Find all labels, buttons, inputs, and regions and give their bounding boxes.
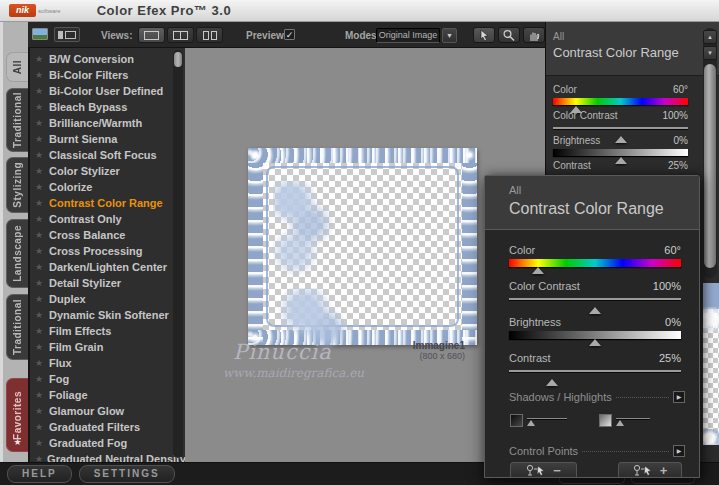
side-by-side-view-button[interactable] xyxy=(196,27,223,43)
single-view-button[interactable] xyxy=(138,27,165,43)
favorite-star-icon[interactable]: ★ xyxy=(35,118,45,128)
filter-item[interactable]: ★ Classical Soft Focus xyxy=(30,147,185,163)
favorite-star-icon[interactable]: ★ xyxy=(35,422,45,432)
panel-scroll-thumb[interactable] xyxy=(704,64,716,268)
color-contrast-slider-track[interactable] xyxy=(509,298,681,300)
favorite-star-icon[interactable]: ★ xyxy=(35,230,45,240)
preview-checkbox[interactable]: ✓ xyxy=(284,29,295,40)
filter-item[interactable]: ★ Contrast Only xyxy=(30,211,185,227)
settings-button[interactable]: SETTINGS xyxy=(79,465,175,483)
zoom-tool-button[interactable] xyxy=(498,27,520,43)
filter-item[interactable]: ★ Flux xyxy=(30,355,185,371)
brightness-slider-track[interactable] xyxy=(509,331,681,339)
tab-traditional-1[interactable]: Traditional xyxy=(6,88,28,152)
favorite-star-icon[interactable]: ★ xyxy=(35,246,45,256)
filter-item[interactable]: ★ Film Grain xyxy=(30,339,185,355)
filter-item[interactable]: ★ Burnt Sienna xyxy=(30,131,185,147)
favorite-star-icon[interactable]: ★ xyxy=(35,262,45,272)
filter-item[interactable]: ★ Contrast Color Range xyxy=(30,195,185,211)
remove-control-point-button[interactable]: − xyxy=(510,462,577,478)
filter-item[interactable]: ★ Bleach Bypass xyxy=(30,99,185,115)
favorite-star-icon[interactable]: ★ xyxy=(35,278,45,288)
favorite-star-icon[interactable]: ★ xyxy=(35,358,45,368)
filter-item[interactable]: ★ Graduated Fog xyxy=(30,435,185,451)
color-slider-handle[interactable] xyxy=(532,267,544,274)
modes-dropdown-arrow[interactable]: ▼ xyxy=(442,28,457,43)
favorite-star-icon[interactable]: ★ xyxy=(35,150,45,160)
favorite-star-icon[interactable]: ★ xyxy=(35,54,45,64)
favorite-star-icon[interactable]: ★ xyxy=(35,326,45,336)
contrast-slider-track[interactable] xyxy=(509,370,681,372)
scroll-up-button[interactable]: ▲ xyxy=(703,30,717,44)
favorite-star-icon[interactable]: ★ xyxy=(35,198,45,208)
filter-item[interactable]: ★ Bi-Color User Defined xyxy=(30,83,185,99)
tab-landscape[interactable]: Landscape xyxy=(6,219,28,288)
tab-favorites[interactable]: Favorites ★ xyxy=(6,378,28,452)
color-contrast-slider-track[interactable] xyxy=(553,127,688,129)
favorite-star-icon[interactable]: ★ xyxy=(35,166,45,176)
favorite-star-icon[interactable]: ★ xyxy=(35,390,45,400)
favorite-star-icon[interactable]: ★ xyxy=(35,438,45,448)
favorite-star-icon[interactable]: ★ xyxy=(35,454,43,462)
help-button[interactable]: HELP xyxy=(7,465,72,483)
filter-item[interactable]: ★ Cross Processing xyxy=(30,243,185,259)
pan-tool-button[interactable] xyxy=(523,27,545,43)
filter-item[interactable]: ★ Darken/Lighten Center xyxy=(30,259,185,275)
favorite-star-icon[interactable]: ★ xyxy=(35,406,45,416)
filter-item[interactable]: ★ Graduated Filters xyxy=(30,419,185,435)
favorite-star-icon[interactable]: ★ xyxy=(35,86,45,96)
expand-control-points-button[interactable]: ▶ xyxy=(673,445,685,457)
highlights-slider-handle[interactable] xyxy=(616,420,624,426)
scroll-down-button[interactable]: ▼ xyxy=(703,46,717,60)
favorite-star-icon[interactable]: ★ xyxy=(35,102,45,112)
view-buttons xyxy=(138,27,223,43)
favorite-star-icon[interactable]: ★ xyxy=(35,214,45,224)
image-name-label: Immagine1 xyxy=(365,340,465,351)
floating-settings-panel[interactable]: All Contrast Color Range Color60° Color … xyxy=(484,175,700,478)
filter-item[interactable]: ★ Fog xyxy=(30,371,185,387)
color-slider-track[interactable] xyxy=(553,98,688,105)
image-thumbnail-icon[interactable] xyxy=(32,28,48,40)
filter-browser-icon[interactable] xyxy=(54,27,80,42)
favorite-star-icon[interactable]: ★ xyxy=(35,182,45,192)
filter-item[interactable]: ★ Brilliance/Warmth xyxy=(30,115,185,131)
favorite-star-icon[interactable]: ★ xyxy=(35,294,45,304)
filter-item[interactable]: ★ B/W Conversion xyxy=(30,51,185,67)
brightness-slider-handle[interactable] xyxy=(589,339,601,346)
contrast-slider-handle[interactable] xyxy=(546,379,558,386)
tab-traditional-2[interactable]: Traditional xyxy=(6,294,28,360)
filter-item[interactable]: ★ Bi-Color Filters xyxy=(30,67,185,83)
expand-shadows-highlights-button[interactable]: ▶ xyxy=(673,391,685,403)
filter-item[interactable]: ★ Graduated Neutral Density xyxy=(30,451,185,462)
favorite-star-icon[interactable]: ★ xyxy=(35,342,45,352)
favorite-star-icon[interactable]: ★ xyxy=(35,70,45,80)
brightness-slider-track[interactable] xyxy=(553,149,688,156)
tab-all[interactable]: All xyxy=(6,52,28,82)
cursor-tool-button[interactable] xyxy=(473,27,495,43)
favorite-star-icon[interactable]: ★ xyxy=(35,134,45,144)
shadows-slider-handle[interactable] xyxy=(527,420,535,426)
color-contrast-slider-handle[interactable] xyxy=(589,307,601,314)
filter-item[interactable]: ★ Color Stylizer xyxy=(30,163,185,179)
filter-list-scroll-thumb[interactable] xyxy=(174,52,182,67)
favorite-star-icon[interactable]: ★ xyxy=(35,310,45,320)
tab-stylizing[interactable]: Stylizing xyxy=(6,157,28,213)
filter-list-scrollbar[interactable] xyxy=(173,50,183,458)
filter-item[interactable]: ★ Dynamic Skin Softener xyxy=(30,307,185,323)
filter-item[interactable]: ★ Cross Balance xyxy=(30,227,185,243)
add-control-point-button[interactable]: + xyxy=(618,462,682,478)
filter-item[interactable]: ★ Foliage xyxy=(30,387,185,403)
floating-panel-header[interactable]: All Contrast Color Range xyxy=(485,176,699,230)
favorite-star-icon[interactable]: ★ xyxy=(35,374,45,384)
filter-item[interactable]: ★ Colorize xyxy=(30,179,185,195)
filter-title: Contrast Color Range xyxy=(509,200,664,218)
modes-dropdown[interactable]: Original Image xyxy=(376,28,440,43)
side-by-side-view-icon xyxy=(211,31,217,40)
filter-item[interactable]: ★ Detail Stylizer xyxy=(30,275,185,291)
filter-item[interactable]: ★ Film Effects xyxy=(30,323,185,339)
color-slider-track[interactable] xyxy=(509,259,681,267)
filter-item[interactable]: ★ Duplex xyxy=(30,291,185,307)
filter-item[interactable]: ★ Glamour Glow xyxy=(30,403,185,419)
split-view-button[interactable] xyxy=(167,27,194,43)
hidden-button-edge xyxy=(559,477,625,484)
